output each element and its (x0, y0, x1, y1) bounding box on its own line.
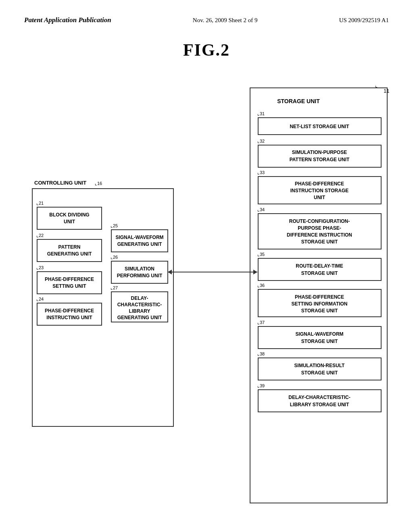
svg-text:STORAGE UNIT: STORAGE UNIT (277, 98, 320, 104)
svg-text:UNIT: UNIT (314, 195, 325, 200)
svg-text:SIMULATION-PURPOSE: SIMULATION-PURPOSE (292, 150, 347, 155)
svg-rect-40 (258, 390, 381, 412)
svg-text:CONTROLLING UNIT: CONTROLLING UNIT (34, 180, 86, 186)
svg-rect-67 (111, 261, 168, 283)
header-left: Patent Application Publication (24, 16, 111, 24)
svg-text:⌞24: ⌞24 (36, 296, 44, 302)
fig-title: FIG.2 (0, 40, 413, 60)
svg-text:⌞37: ⌞37 (257, 320, 265, 325)
svg-rect-36 (258, 358, 381, 380)
svg-marker-78 (253, 270, 257, 274)
svg-text:SIGNAL-WAVEFORM: SIGNAL-WAVEFORM (295, 331, 343, 337)
svg-text:GENERATING UNIT: GENERATING UNIT (47, 251, 92, 257)
svg-rect-63 (111, 230, 168, 252)
header-center: Nov. 26, 2009 Sheet 2 of 9 (193, 17, 258, 24)
svg-text:DELAY-: DELAY- (131, 295, 148, 301)
svg-text:STORAGE UNIT: STORAGE UNIT (301, 370, 338, 376)
svg-text:CHARACTERISTIC-: CHARACTERISTIC- (117, 302, 162, 308)
svg-text:ROUTE-CONFIGURATION-: ROUTE-CONFIGURATION- (289, 218, 350, 224)
svg-text:⌞32: ⌞32 (257, 138, 265, 144)
svg-text:ROUTE-DELAY-TIME: ROUTE-DELAY-TIME (296, 263, 343, 269)
svg-text:LIBRARY: LIBRARY (129, 308, 150, 314)
svg-text:PATTERN STORAGE UNIT: PATTERN STORAGE UNIT (290, 157, 350, 162)
svg-text:PHASE-DIFFERENCE: PHASE-DIFFERENCE (45, 308, 94, 314)
svg-text:11: 11 (384, 88, 389, 94)
svg-text:⌞16: ⌞16 (95, 181, 102, 186)
svg-text:STORAGE UNIT: STORAGE UNIT (301, 270, 338, 276)
svg-text:⌞36: ⌞36 (257, 283, 265, 288)
svg-text:SIMULATION: SIMULATION (125, 266, 154, 272)
svg-text:PATTERN: PATTERN (58, 244, 81, 250)
svg-text:⌞: ⌞ (375, 82, 378, 88)
svg-text:⌞38: ⌞38 (257, 351, 265, 357)
svg-text:⌞31: ⌞31 (257, 111, 265, 116)
svg-rect-23 (258, 258, 381, 281)
svg-text:SIMULATION-RESULT: SIMULATION-RESULT (294, 363, 345, 368)
svg-text:GENERATING UNIT: GENERATING UNIT (117, 315, 162, 320)
svg-rect-8 (258, 145, 381, 167)
svg-text:⌞22: ⌞22 (36, 233, 44, 238)
svg-rect-59 (37, 303, 102, 325)
svg-text:NET-LIST STORAGE UNIT: NET-LIST STORAGE UNIT (290, 124, 349, 129)
svg-text:PURPOSE PHASE-: PURPOSE PHASE- (298, 225, 341, 231)
svg-text:⌞33: ⌞33 (257, 170, 265, 175)
svg-text:DIFFERENCE INSTRUCTION: DIFFERENCE INSTRUCTION (287, 232, 352, 238)
svg-rect-43 (32, 189, 173, 426)
svg-rect-47 (37, 207, 102, 229)
svg-text:INSTRUCTING UNIT: INSTRUCTING UNIT (46, 315, 92, 320)
svg-rect-51 (37, 239, 102, 262)
svg-text:STORAGE UNIT: STORAGE UNIT (301, 308, 338, 314)
svg-text:⌞23: ⌞23 (36, 265, 44, 270)
svg-text:DELAY-CHARACTERISTIC-: DELAY-CHARACTERISTIC- (288, 395, 350, 400)
svg-text:⌞34: ⌞34 (257, 207, 265, 212)
svg-text:PHASE-DIFFERENCE: PHASE-DIFFERENCE (295, 181, 344, 187)
svg-rect-55 (37, 272, 102, 294)
header-right: US 2009/292519 A1 (339, 17, 389, 24)
diagram-area: 11 ⌞ STORAGE UNIT ⌞31 NET-LIST STORAGE U… (0, 76, 413, 519)
svg-text:SIGNAL-WAVEFORM: SIGNAL-WAVEFORM (115, 235, 163, 240)
page-header: Patent Application Publication Nov. 26, … (0, 0, 413, 28)
svg-text:BLOCK DIVIDING: BLOCK DIVIDING (49, 212, 89, 218)
svg-text:⌞26: ⌞26 (111, 254, 118, 260)
svg-marker-77 (168, 270, 172, 274)
svg-text:SETTING INFORMATION: SETTING INFORMATION (291, 301, 347, 307)
svg-text:STORAGE UNIT: STORAGE UNIT (301, 239, 338, 245)
svg-text:PHASE-DIFFERENCE: PHASE-DIFFERENCE (295, 294, 344, 300)
svg-text:PHASE-DIFFERENCE: PHASE-DIFFERENCE (45, 276, 94, 282)
svg-text:⌞39: ⌞39 (257, 383, 265, 389)
svg-text:⌞35: ⌞35 (257, 251, 265, 257)
svg-text:⌞25: ⌞25 (111, 223, 118, 229)
svg-text:UNIT: UNIT (64, 219, 75, 224)
svg-text:INSTRUCTION STORAGE: INSTRUCTION STORAGE (290, 188, 348, 193)
svg-text:SETTING UNIT: SETTING UNIT (52, 283, 86, 289)
svg-text:⌞21: ⌞21 (36, 200, 44, 206)
svg-text:PERFORMING UNIT: PERFORMING UNIT (117, 273, 163, 278)
svg-text:⌞27: ⌞27 (111, 285, 118, 291)
svg-text:STORAGE UNIT: STORAGE UNIT (301, 339, 338, 344)
svg-text:GENERATING UNIT: GENERATING UNIT (117, 241, 162, 247)
svg-rect-32 (258, 326, 381, 349)
svg-text:LIBRARY STORAGE UNIT: LIBRARY STORAGE UNIT (290, 402, 349, 407)
